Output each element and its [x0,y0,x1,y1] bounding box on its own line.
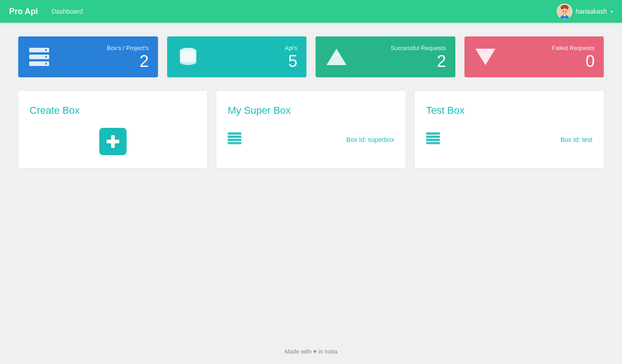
svg-rect-29 [426,136,440,138]
stat-value-apis: 5 [288,53,297,70]
superbox-footer: Box Id: superbox [228,132,394,147]
create-plus-button[interactable] [99,128,127,155]
stat-card-success[interactable]: Successful Requests 2 [316,36,455,77]
navbar: Pro Api Dashboard [0,0,622,23]
triangle-up-icon [325,45,348,69]
svg-rect-28 [426,132,440,135]
main-content: Box's / Project's 2 Api's [0,23,622,182]
testbox-footer: Box Id: test [426,132,592,147]
app-brand[interactable]: Pro Api [9,7,38,16]
svg-point-12 [45,63,47,65]
username: hariaakash [576,8,607,15]
boxes-row: Create Box My Super Box [18,91,604,168]
footer: Made with ♥ in India [0,339,622,364]
svg-point-10 [45,56,47,58]
footer-heart-icon: ♥ [313,348,317,355]
database-icon [176,45,200,69]
create-box-body [30,126,196,157]
svg-point-6 [565,11,566,12]
testbox-db-icon [426,132,440,147]
footer-text-after: in India [318,348,337,355]
svg-point-19 [180,59,196,65]
svg-point-8 [45,49,47,51]
stat-label-boxes: Box's / Project's [107,45,149,51]
svg-marker-21 [475,49,495,65]
triangle-down-icon [474,45,497,69]
superbox-card[interactable]: My Super Box Box Id: superbox [216,91,405,168]
testbox-id: Box Id: test [561,136,592,143]
stat-card-boxes[interactable]: Box's / Project's 2 [18,36,158,77]
svg-point-2 [561,9,568,16]
superbox-db-icon [228,132,241,147]
stat-text-success: Successful Requests 2 [357,45,446,70]
nav-dashboard[interactable]: Dashboard [51,8,83,15]
svg-rect-25 [228,136,241,138]
stat-card-failed[interactable]: Failed Requests 0 [464,36,604,77]
stat-card-apis[interactable]: Api's 5 [167,36,307,77]
avatar [557,4,572,19]
superbox-id: Box Id: superbox [347,136,394,143]
server-icon [27,45,51,69]
stat-value-boxes: 2 [139,53,148,70]
dropdown-arrow-icon: ▾ [611,9,613,14]
user-menu[interactable]: hariaakash ▾ [557,4,613,19]
svg-rect-27 [228,142,241,144]
svg-rect-30 [426,139,440,141]
plus-icon [105,133,121,150]
stat-text-failed: Failed Requests 0 [506,45,595,70]
stat-label-apis: Api's [285,45,297,51]
create-box-title: Create Box [30,105,196,116]
stat-label-success: Successful Requests [391,45,446,51]
svg-rect-26 [228,139,241,141]
stat-text-boxes: Box's / Project's 2 [60,45,149,70]
svg-rect-23 [107,140,119,143]
svg-rect-24 [228,132,241,135]
stats-row: Box's / Project's 2 Api's [18,36,604,77]
superbox-title: My Super Box [228,105,394,116]
testbox-title: Test Box [426,105,592,116]
svg-marker-20 [326,49,347,65]
stat-value-success: 2 [437,53,446,70]
svg-rect-31 [426,142,440,144]
create-box-card[interactable]: Create Box [18,91,207,168]
footer-text-before: Made with [285,348,311,355]
stat-label-failed: Failed Requests [552,45,595,51]
stat-value-failed: 0 [586,53,595,70]
stat-text-apis: Api's 5 [209,45,298,70]
testbox-card[interactable]: Test Box Box Id: test [415,91,604,168]
svg-point-5 [563,11,564,12]
